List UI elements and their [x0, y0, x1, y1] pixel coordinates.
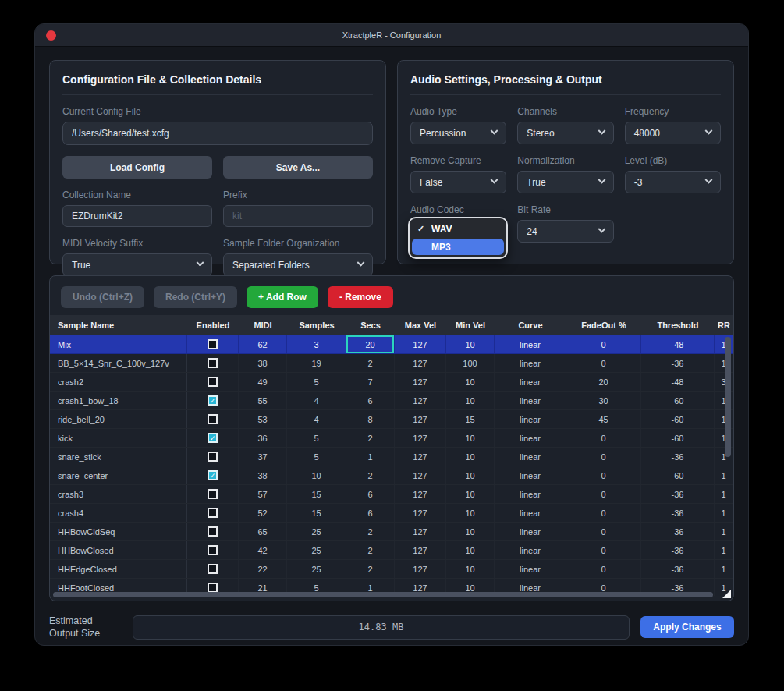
cell-threshold[interactable]: -36: [641, 504, 715, 522]
cell-secs[interactable]: 2: [346, 560, 395, 578]
column-header-threshold[interactable]: Threshold: [641, 321, 715, 330]
cell-samples[interactable]: 25: [287, 560, 346, 578]
cell-max-vel[interactable]: 127: [395, 485, 446, 503]
cell-midi[interactable]: 38: [239, 354, 287, 372]
cell-rr[interactable]: 1: [715, 523, 733, 540]
vertical-scrollbar-thumb[interactable]: [725, 337, 731, 457]
horizontal-scrollbar-thumb[interactable]: [53, 592, 713, 597]
remove-capture-select[interactable]: False: [410, 171, 506, 193]
cell-samples[interactable]: 5: [287, 448, 346, 466]
cell-secs[interactable]: 2: [346, 429, 395, 447]
midi-velocity-suffix-select[interactable]: True: [62, 253, 212, 276]
cell-sample-name[interactable]: snare_stick: [50, 448, 187, 466]
cell-fadeout[interactable]: 0: [566, 560, 641, 578]
cell-max-vel[interactable]: 127: [395, 466, 446, 484]
cell-midi[interactable]: 49: [239, 373, 287, 391]
cell-midi[interactable]: 52: [239, 504, 287, 522]
save-as-button[interactable]: Save As...: [223, 156, 373, 179]
cell-curve[interactable]: linear: [495, 541, 566, 559]
cell-fadeout[interactable]: 20: [566, 373, 641, 391]
cell-midi[interactable]: 37: [239, 448, 287, 466]
table-row[interactable]: snare_stick375112710linear0-361: [50, 448, 733, 466]
cell-threshold[interactable]: -36: [641, 354, 715, 372]
channels-select[interactable]: Stereo: [517, 122, 613, 144]
table-row[interactable]: crash1_bow_18✓554612710linear30-601: [50, 392, 733, 410]
cell-samples[interactable]: 10: [287, 466, 346, 484]
table-row[interactable]: snare_center✓3810212710linear0-601: [50, 466, 733, 485]
column-header-min-vel[interactable]: Min Vel: [446, 321, 495, 330]
table-row[interactable]: HHBowCldSeq6525212710linear0-361: [50, 523, 733, 541]
current-config-file-input[interactable]: [62, 122, 373, 145]
column-header-rr[interactable]: RR: [715, 321, 733, 330]
table-row[interactable]: HHEdgeClosed2225212710linear0-361: [50, 560, 733, 579]
cell-min-vel[interactable]: 10: [446, 335, 495, 353]
enabled-checkbox[interactable]: [208, 339, 218, 349]
cell-rr[interactable]: 1: [715, 504, 733, 522]
cell-curve[interactable]: linear: [495, 466, 566, 484]
cell-samples[interactable]: 15: [287, 504, 346, 522]
redo-button[interactable]: Redo (Ctrl+Y): [154, 286, 237, 308]
cell-secs[interactable]: 7: [346, 373, 395, 391]
enabled-checkbox[interactable]: [208, 545, 218, 555]
cell-max-vel[interactable]: 127: [395, 392, 446, 409]
enabled-checkbox[interactable]: [208, 508, 218, 518]
cell-threshold[interactable]: -36: [641, 523, 715, 540]
cell-min-vel[interactable]: 10: [446, 466, 495, 484]
cell-max-vel[interactable]: 127: [395, 504, 446, 522]
cell-midi[interactable]: 22: [239, 560, 287, 578]
cell-sample-name[interactable]: kick: [50, 429, 187, 447]
cell-threshold[interactable]: -60: [641, 466, 715, 484]
table-row[interactable]: Mix6232012710linear0-481: [50, 335, 733, 354]
enabled-checkbox[interactable]: [208, 377, 218, 387]
cell-max-vel[interactable]: 127: [395, 410, 446, 428]
cell-threshold[interactable]: -36: [641, 448, 715, 466]
cell-curve[interactable]: linear: [495, 373, 566, 391]
cell-sample-name[interactable]: snare_center: [50, 466, 187, 484]
cell-sample-name[interactable]: HHBowClosed: [50, 541, 187, 559]
cell-curve[interactable]: linear: [495, 523, 566, 540]
resize-handle[interactable]: [722, 590, 731, 598]
cell-fadeout[interactable]: 30: [566, 392, 641, 409]
undo-button[interactable]: Undo (Ctrl+Z): [61, 286, 144, 308]
cell-samples[interactable]: 15: [287, 485, 346, 503]
cell-midi[interactable]: 55: [239, 392, 287, 409]
table-row[interactable]: kick✓365212710linear0-601: [50, 429, 733, 448]
enabled-checkbox[interactable]: [208, 526, 218, 537]
cell-threshold[interactable]: -36: [641, 485, 715, 503]
cell-secs[interactable]: 6: [346, 392, 395, 409]
cell-secs[interactable]: 2: [346, 523, 395, 540]
column-header-midi[interactable]: MIDI: [239, 321, 287, 330]
cell-samples[interactable]: 19: [287, 354, 346, 372]
cell-curve[interactable]: linear: [495, 504, 566, 522]
cell-curve[interactable]: linear: [495, 485, 566, 503]
cell-fadeout[interactable]: 0: [566, 335, 641, 353]
cell-midi[interactable]: 42: [239, 541, 287, 559]
cell-curve[interactable]: linear: [495, 448, 566, 466]
cell-min-vel[interactable]: 10: [446, 429, 495, 447]
remove-row-button[interactable]: - Remove: [328, 286, 393, 308]
table-row[interactable]: crash45215612710linear0-361: [50, 504, 733, 523]
cell-secs[interactable]: 2: [346, 541, 395, 559]
collection-name-input[interactable]: [62, 205, 212, 227]
cell-max-vel[interactable]: 127: [395, 541, 446, 559]
cell-max-vel[interactable]: 127: [395, 373, 446, 391]
cell-secs[interactable]: 2: [346, 466, 395, 484]
cell-rr[interactable]: 1: [715, 485, 733, 503]
cell-secs[interactable]: 8: [346, 410, 395, 428]
close-window-button[interactable]: [46, 30, 56, 41]
cell-max-vel[interactable]: 127: [395, 429, 446, 447]
enabled-checkbox[interactable]: ✓: [208, 470, 218, 480]
cell-midi[interactable]: 57: [239, 485, 287, 503]
cell-sample-name[interactable]: crash2: [50, 373, 187, 391]
codec-option-wav[interactable]: ✓WAV: [412, 221, 504, 237]
enabled-checkbox[interactable]: [208, 358, 218, 368]
cell-samples[interactable]: 4: [287, 410, 346, 428]
cell-samples[interactable]: 4: [287, 392, 346, 409]
sample-folder-org-select[interactable]: Separated Folders: [223, 253, 373, 276]
cell-max-vel[interactable]: 127: [395, 448, 446, 466]
cell-secs[interactable]: 6: [346, 485, 395, 503]
column-header-secs[interactable]: Secs: [346, 321, 395, 330]
cell-threshold[interactable]: -48: [641, 335, 715, 353]
cell-min-vel[interactable]: 10: [446, 392, 495, 409]
column-header-enabled[interactable]: Enabled: [187, 321, 239, 330]
